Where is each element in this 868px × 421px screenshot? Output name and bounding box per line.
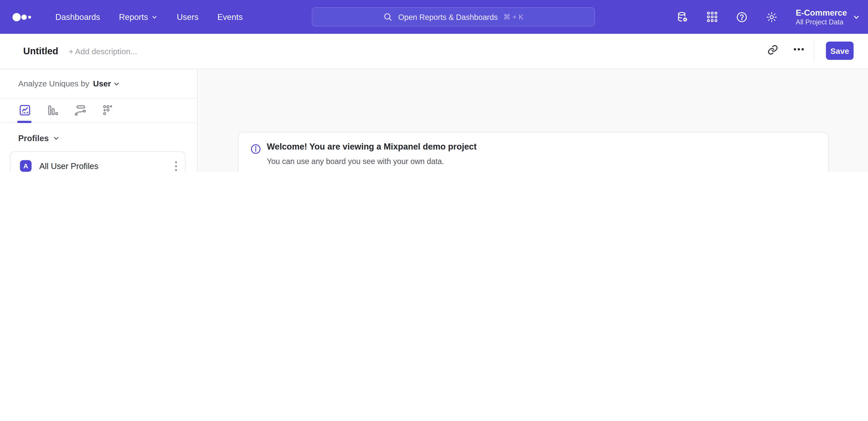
nav-users-label: Users [177,12,198,22]
report-canvas: Welcome! You are viewing a Mixpanel demo… [197,69,868,172]
save-button[interactable]: Save [826,41,854,60]
report-header: Untitled + Add description... Save [0,34,868,69]
tab-flows-icon[interactable] [74,104,87,117]
search-icon [383,12,393,22]
profiles-section-title[interactable]: Profiles [18,134,60,143]
query-builder-sidebar: Analyze Uniques by User Profiles [0,69,197,172]
top-nav: Dashboards Reports Users Events Open Rep… [0,0,868,34]
project-info: E-Commerce All Project Data [796,8,847,26]
report-description-placeholder[interactable]: + Add description... [69,47,137,56]
project-name: E-Commerce [796,8,847,17]
metric-badge: A [20,160,31,172]
active-tab-underline [17,121,32,123]
nav-right-cluster: E-Commerce All Project Data [677,0,860,34]
nav-dashboards-label: Dashboards [55,12,100,22]
search-shortcut: ⌘ + K [503,13,523,21]
nav-events[interactable]: Events [217,12,243,22]
copy-link-icon[interactable] [767,44,778,55]
metric-kebab-icon[interactable] [174,161,178,172]
analyze-entity-dropdown[interactable]: User [93,79,121,88]
analyze-label: Analyze Uniques by [18,79,89,88]
chevron-down-icon [151,13,158,20]
nav-events-label: Events [217,12,243,22]
global-search-button[interactable]: Open Reports & Dashboards ⌘ + K [312,7,595,27]
mixpanel-app: Dashboards Reports Users Events Open Rep… [0,0,868,172]
report-title[interactable]: Untitled [23,46,58,57]
settings-gear-icon[interactable] [766,11,778,23]
tab-insights-icon[interactable] [18,104,32,117]
report-type-tabs [0,99,197,123]
data-management-icon[interactable] [677,11,689,23]
metric-card[interactable]: A All User Profiles Count Total [10,151,185,172]
help-icon[interactable] [736,11,748,23]
mixpanel-logo-icon[interactable] [12,12,33,22]
nav-reports-label: Reports [119,12,148,22]
project-switcher[interactable]: E-Commerce All Project Data [796,8,860,26]
nav-items: Dashboards Reports Users Events [55,12,243,22]
tab-retention-icon[interactable] [101,104,115,117]
header-divider [814,41,814,62]
bar-chart: Users Value All User Profiles - Total 25… [197,69,708,172]
analyze-entity-value: User [93,79,111,88]
apps-grid-icon[interactable] [707,11,718,23]
nav-dashboards[interactable]: Dashboards [55,12,100,22]
global-search-placeholder: Open Reports & Dashboards [398,12,498,21]
profiles-title-label: Profiles [18,134,49,143]
chevron-down-icon [53,135,60,142]
nav-reports[interactable]: Reports [119,12,158,22]
analyze-row: Analyze Uniques by User [0,69,197,99]
metric-name: All User Profiles [39,161,98,171]
chevron-down-icon [852,13,860,21]
chevron-down-icon [113,80,121,87]
more-options-icon[interactable] [793,47,805,52]
tab-funnels-icon[interactable] [46,104,59,117]
project-scope: All Project Data [796,18,847,26]
nav-users[interactable]: Users [177,12,198,22]
